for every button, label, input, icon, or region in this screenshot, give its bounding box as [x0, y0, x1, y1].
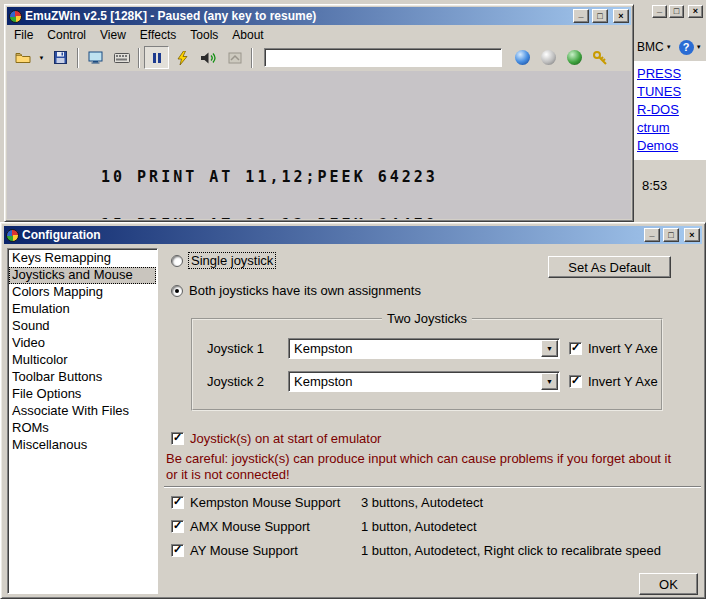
spheres-tool-button[interactable]: [562, 46, 587, 69]
disabled-tool-icon: [228, 52, 242, 64]
set-as-default-button[interactable]: Set As Default: [548, 256, 671, 278]
chevron-down-icon[interactable]: ▼: [541, 340, 558, 357]
minimize-button[interactable]: _: [652, 5, 667, 18]
maximize-button[interactable]: □: [592, 9, 608, 23]
joystick1-value: Kempston: [289, 341, 540, 356]
browser-toolbar-item[interactable]: ВМС: [637, 40, 664, 54]
menu-view[interactable]: View: [93, 26, 133, 44]
maximize-button[interactable]: □: [669, 5, 684, 18]
link-r-dos[interactable]: R-DOS: [637, 102, 706, 117]
invert-y-checkbox-1[interactable]: ✓ Invert Y Axe: [569, 341, 658, 356]
link-tunes[interactable]: TUNES: [637, 84, 706, 99]
menu-effects[interactable]: Effects: [133, 26, 183, 44]
category-file-options[interactable]: File Options: [9, 386, 156, 403]
category-emulation[interactable]: Emulation: [9, 301, 156, 318]
lightning-icon: [177, 51, 188, 65]
keyboard-tool-button[interactable]: [109, 46, 134, 69]
close-button[interactable]: ×: [684, 228, 700, 242]
kempston-mouse-checkbox[interactable]: ✓ Kempston Mouse Support 3 buttons, Auto…: [171, 495, 483, 510]
save-button[interactable]: [48, 46, 73, 69]
menu-file[interactable]: File: [7, 26, 40, 44]
category-miscellanous[interactable]: Miscellanous: [9, 437, 156, 454]
close-icon: ×: [693, 7, 698, 16]
chevron-down-icon: ▼: [39, 55, 45, 61]
category-roms[interactable]: ROMs: [9, 420, 156, 437]
category-colors-mapping[interactable]: Colors Mapping: [9, 284, 156, 301]
joystick1-row: Joystick 1 Kempston ▼ ✓ Invert Y Axe: [207, 338, 658, 359]
group-title: Two Joysticks: [382, 311, 472, 326]
sound-button[interactable]: [196, 46, 221, 69]
close-button[interactable]: ×: [613, 9, 629, 23]
category-toolbar-buttons[interactable]: Toolbar Buttons: [9, 369, 156, 386]
category-multicolor[interactable]: Multicolor: [9, 352, 156, 369]
amx-mouse-checkbox[interactable]: ✓ AMX Mouse Support 1 button, Autodetect: [171, 519, 477, 534]
browser-toolbar: ВМС ▼ ? ▼: [637, 36, 706, 58]
chevron-down-icon[interactable]: ▼: [696, 44, 702, 50]
configuration-title: Configuration: [22, 228, 641, 242]
link-demos[interactable]: Demos: [637, 138, 706, 153]
monitor-icon: [88, 51, 103, 64]
ay-mouse-checkbox[interactable]: ✓ AY Mouse Support 1 button, Autodetect,…: [171, 543, 661, 558]
disabled-tool-button: [222, 46, 247, 69]
emulator-screen[interactable]: 10 PRINT AT 11,12;PEEK 64223 15 PRINT AT…: [7, 71, 631, 219]
amx-mouse-label: AMX Mouse Support: [190, 519, 361, 534]
menu-control[interactable]: Control: [40, 26, 93, 44]
pause-button[interactable]: [144, 46, 169, 69]
toolbar-separator: [77, 48, 79, 68]
category-video[interactable]: Video: [9, 335, 156, 352]
background-browser-window: _ □ × ВМС ▼ ? ▼ PRESS TUNES R-DOS ctrum …: [634, 0, 706, 222]
clock-text: 8:53: [642, 178, 667, 193]
joystick2-select[interactable]: Kempston ▼: [288, 371, 560, 392]
open-dropdown-button[interactable]: ▼: [36, 46, 47, 69]
link-ctrum[interactable]: ctrum: [637, 120, 706, 135]
single-joystick-label: Single joystick: [189, 253, 275, 268]
screen-tool-button[interactable]: [83, 46, 108, 69]
emulator-window-title: EmuZWin v2.5 [128K] - Paused (any key to…: [25, 9, 570, 23]
chevron-down-icon[interactable]: ▼: [666, 44, 672, 50]
both-joysticks-option[interactable]: Both joysticks have its own assignments: [171, 283, 421, 298]
globe-tool-button[interactable]: [510, 46, 535, 69]
emuzwin-logo-icon: [9, 10, 22, 23]
turbo-button[interactable]: [170, 46, 195, 69]
category-sound[interactable]: Sound: [9, 318, 156, 335]
menu-about[interactable]: About: [225, 26, 270, 44]
single-joystick-option[interactable]: Single joystick: [171, 253, 275, 268]
background-window-controls: _ □ ×: [652, 5, 703, 18]
set-as-default-label: Set As Default: [568, 260, 650, 275]
keys-tool-button[interactable]: [588, 46, 613, 69]
minimize-button[interactable]: _: [644, 228, 660, 242]
toolbar-separator: [138, 48, 140, 68]
keys-icon: [593, 51, 609, 65]
emulator-menubar: File Control View Effects Tools About: [7, 25, 631, 44]
checkbox-checked-icon: ✓: [171, 432, 184, 445]
open-button[interactable]: [10, 46, 35, 69]
browser-content: PRESS TUNES R-DOS ctrum Demos: [634, 61, 706, 160]
chevron-down-icon[interactable]: ▼: [541, 373, 558, 390]
joystick-on-start-checkbox[interactable]: ✓ Joystick(s) on at start of emulator: [171, 431, 381, 446]
checkbox-checked-icon: ✓: [171, 544, 184, 557]
close-icon: ×: [689, 231, 694, 240]
close-button[interactable]: ×: [688, 5, 703, 18]
joystick1-select[interactable]: Kempston ▼: [288, 338, 560, 359]
link-press[interactable]: PRESS: [637, 66, 706, 81]
amx-mouse-detail: 1 button, Autodetect: [361, 519, 477, 534]
toolbar-text-field[interactable]: [264, 48, 502, 67]
maximize-button[interactable]: □: [663, 228, 679, 242]
invert-y-checkbox-2[interactable]: ✓ Invert Y Axe: [569, 374, 658, 389]
minimize-button[interactable]: _: [573, 9, 589, 23]
kempston-mouse-detail: 3 buttons, Autodetect: [361, 495, 483, 510]
ok-button[interactable]: OK: [639, 573, 698, 595]
category-associate-with-files[interactable]: Associate With Files: [9, 403, 156, 420]
configuration-titlebar: Configuration _ □ ×: [4, 226, 702, 244]
pause-icon: [153, 53, 161, 63]
disk-sphere-tool-button[interactable]: [536, 46, 561, 69]
category-keys-remapping[interactable]: Keys Remapping: [9, 250, 156, 267]
help-icon[interactable]: ?: [679, 40, 694, 55]
invert-y-label: Invert Y Axe: [588, 341, 658, 356]
save-disk-icon: [54, 51, 67, 64]
gray-sphere-icon: [541, 50, 556, 65]
ay-mouse-detail: 1 button, Autodetect, Right click to rec…: [361, 543, 661, 558]
menu-tools[interactable]: Tools: [183, 26, 225, 44]
category-joysticks-and-mouse[interactable]: Joysticks and Mouse: [9, 267, 156, 284]
two-joysticks-group: Two Joysticks Joystick 1 Kempston ▼ ✓ In…: [191, 318, 663, 411]
